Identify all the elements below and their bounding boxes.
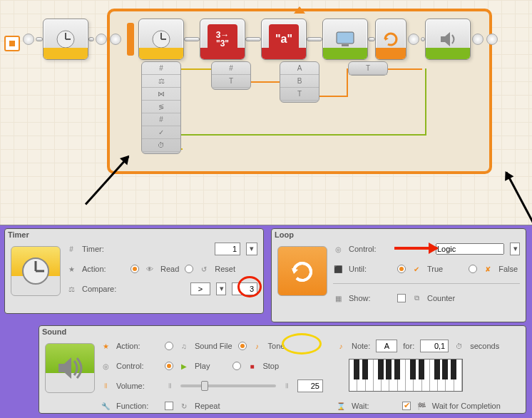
loop-icon bbox=[287, 255, 318, 287]
action-read-radio[interactable] bbox=[131, 265, 139, 273]
compare-value-input[interactable] bbox=[232, 282, 257, 295]
until-false-radio[interactable] bbox=[469, 265, 477, 273]
show-counter-check[interactable] bbox=[397, 294, 406, 302]
speaker-icon bbox=[54, 352, 86, 384]
screen-icon bbox=[334, 30, 356, 49]
loop-panel: Loop ◎Control: ▾ ⬛Until: ✔True ✘False ▦S… bbox=[271, 228, 526, 322]
speaker-icon bbox=[437, 29, 459, 50]
red-arrow-annotation bbox=[394, 247, 437, 250]
timer-panel-icon bbox=[11, 246, 61, 296]
loop-icon bbox=[382, 31, 399, 48]
display-datahub[interactable]: T bbox=[348, 61, 388, 76]
volume-slider[interactable] bbox=[180, 384, 276, 387]
text-datahub[interactable]: ABT bbox=[280, 61, 319, 103]
repeat-check[interactable] bbox=[165, 402, 173, 410]
control-stop-radio[interactable] bbox=[232, 362, 241, 370]
loop-start-bar bbox=[127, 23, 134, 56]
svg-rect-3 bbox=[342, 44, 349, 46]
action-tone-radio[interactable] bbox=[238, 342, 247, 350]
text-block[interactable]: "a" bbox=[261, 19, 307, 60]
action-reset-radio[interactable] bbox=[185, 265, 193, 273]
compare-op-select[interactable] bbox=[190, 282, 210, 295]
clock-icon bbox=[55, 29, 76, 50]
program-canvas[interactable]: 3→"3" "a" #⚖⋈≶#✓⏱ #T ABT T bbox=[0, 0, 532, 225]
sound-block[interactable] bbox=[425, 19, 471, 60]
control-select[interactable] bbox=[436, 243, 504, 255]
timer-datahub[interactable]: #⚖⋈≶#✓⏱ bbox=[141, 61, 181, 154]
until-true-radio[interactable] bbox=[397, 265, 406, 273]
sound-panel-icon bbox=[45, 343, 95, 393]
clock-icon bbox=[20, 255, 51, 287]
wait-completion-check[interactable]: ✔ bbox=[402, 402, 411, 410]
note-input[interactable] bbox=[376, 340, 397, 352]
loop-end-block[interactable] bbox=[375, 19, 406, 60]
yellow-circle-annotation bbox=[282, 333, 322, 355]
num2text-datahub[interactable]: #T bbox=[211, 61, 251, 90]
timer-number-input[interactable] bbox=[215, 243, 240, 255]
timer-panel: Timer #Timer: ▾ ★Action: 👁Read ↺Reset ⚖C… bbox=[4, 228, 264, 314]
sound-panel: Sound ★Action: ♫Sound File ♪Tone ◎Contro… bbox=[39, 325, 526, 414]
loop-panel-icon bbox=[277, 246, 327, 296]
duration-input[interactable] bbox=[420, 340, 449, 352]
timer-block-2[interactable] bbox=[138, 19, 184, 60]
timer-block-1[interactable] bbox=[43, 19, 88, 60]
piano-keyboard[interactable] bbox=[349, 359, 463, 392]
control-play-radio[interactable] bbox=[165, 362, 173, 370]
num-to-text-block[interactable]: 3→"3" bbox=[200, 19, 245, 60]
panel-title: Sound bbox=[42, 327, 66, 336]
timer-dropdown[interactable]: ▾ bbox=[246, 243, 257, 255]
action-file-radio[interactable] bbox=[165, 342, 173, 350]
volume-value-input[interactable] bbox=[297, 379, 323, 392]
panel-title: Loop bbox=[275, 230, 294, 239]
clock-icon bbox=[150, 29, 172, 50]
panel-title: Timer bbox=[8, 230, 29, 239]
svg-rect-2 bbox=[337, 32, 354, 44]
display-block[interactable] bbox=[322, 19, 368, 60]
